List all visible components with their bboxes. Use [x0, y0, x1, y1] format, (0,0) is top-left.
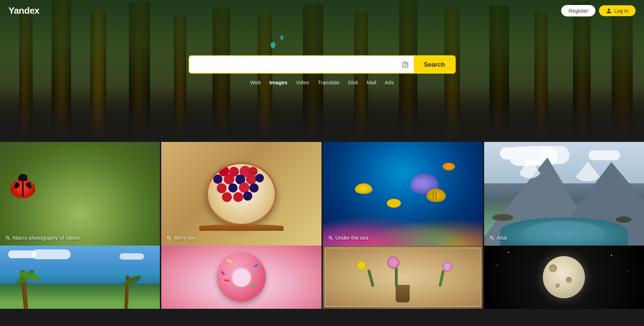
image-search-button[interactable]	[397, 60, 414, 69]
grid-label-altai: Altai	[489, 235, 507, 241]
search-area: Search Web Images Video Translate Disk M…	[189, 56, 456, 85]
header: Yandex Register Log in	[0, 0, 644, 21]
header-actions: Register Log in	[561, 5, 636, 17]
login-label: Log in	[614, 8, 629, 14]
grid-label-berry-pie: Berry pie	[166, 235, 195, 241]
grid-label-ocean: Under the sea	[328, 235, 369, 241]
nav-translate[interactable]: Translate	[318, 79, 339, 85]
nav-images[interactable]: Images	[269, 79, 288, 85]
login-button[interactable]: Log in	[599, 5, 636, 16]
nav-mail[interactable]: Mail	[367, 79, 377, 85]
search-mini-icon	[5, 235, 11, 241]
grid-item-berry-pie[interactable]: Berry pie	[161, 142, 321, 246]
nav-disk[interactable]: Disk	[348, 79, 358, 85]
search-button[interactable]: Search	[414, 56, 455, 73]
search-input[interactable]	[189, 56, 397, 73]
hero-bottom-fade	[0, 88, 644, 141]
image-grid-row1: Macro photography of nature	[0, 141, 644, 246]
grid-item-ocean[interactable]: Under the sea	[323, 142, 483, 246]
nav-web[interactable]: Web	[250, 79, 261, 85]
svg-line-2	[8, 238, 9, 240]
svg-point-0	[404, 63, 407, 66]
logo: Yandex	[8, 5, 39, 16]
svg-line-6	[331, 238, 332, 240]
search-mini-icon	[328, 235, 333, 241]
register-button[interactable]: Register	[561, 5, 596, 17]
svg-line-8	[492, 238, 494, 240]
grid-label-ladybug: Macro photography of nature	[5, 235, 80, 241]
svg-line-4	[170, 238, 171, 240]
grid-item-ladybug[interactable]: Macro photography of nature	[0, 142, 160, 246]
grid-item-beach[interactable]	[0, 246, 160, 309]
grid-item-moon[interactable]	[484, 246, 644, 309]
grid-item-donut[interactable]	[161, 246, 321, 309]
search-mini-icon	[489, 235, 495, 241]
nav-ads[interactable]: Ads	[385, 79, 394, 85]
search-bar: Search	[189, 56, 456, 74]
grid-item-altai[interactable]: Altai	[484, 142, 644, 246]
nav-links: Web Images Video Translate Disk Mail Ads	[250, 79, 394, 85]
user-icon	[606, 8, 612, 14]
image-grid-row2	[0, 246, 644, 309]
nav-video[interactable]: Video	[296, 79, 309, 85]
search-mini-icon	[166, 235, 172, 241]
grid-item-flowers[interactable]	[323, 246, 483, 309]
camera-icon	[401, 60, 410, 69]
